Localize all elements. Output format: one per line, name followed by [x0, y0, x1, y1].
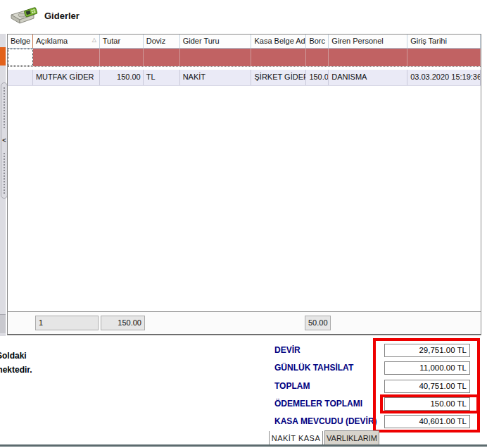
cell-tutar: 150.00 [100, 70, 144, 85]
cell-a-klama: MUTFAK GİDER [33, 70, 100, 85]
cell-kasa-belge-ad-: ŞİRKET GİDER [251, 70, 306, 85]
expense-row[interactable]: MUTFAK GİDER150.00TLNAKİTŞİRKET GİDER150… [8, 70, 481, 86]
column-header-label: Açıklama [36, 37, 68, 45]
note-line-1: Soldaki [0, 351, 27, 361]
column-header-label: Doviz [146, 37, 166, 45]
window-header: Giderler [0, 0, 487, 32]
summary-label-2: GÜNLÜK TAHSİLAT [274, 363, 353, 373]
collapse-left-icon[interactable]: < [2, 137, 6, 144]
column-header-label: Belge [11, 37, 30, 45]
column-header-doviz[interactable]: Doviz [144, 35, 180, 48]
splitter-grip-top [4, 87, 5, 128]
column-header-label: Giriş Tarihi [410, 37, 447, 45]
footer-borc-total: 50.00 [305, 316, 331, 330]
summary-value-4: 150.00 TL [384, 397, 470, 411]
sort-ascending-icon: △ [92, 37, 97, 43]
footer-row-indicator [0, 314, 6, 333]
column-header-label: Borc [309, 37, 325, 45]
tab-nakit-kasa[interactable]: NAKİT KASA [269, 431, 323, 445]
column-header-label: Gider Turu [183, 37, 220, 45]
filter-cell-kasa-belge-ad-[interactable] [251, 49, 306, 66]
summary-label-1: DEVİR [274, 345, 301, 355]
summary-value-3: 40,751.00 TL [384, 380, 470, 393]
column-header-label: Giren Personel [331, 37, 383, 45]
page-title: Giderler [44, 11, 80, 21]
expenses-grid: BelgeAçıklama△TutarDovizGider TuruKasa B… [7, 34, 481, 335]
column-header-label: Kasa Belge Adı [254, 37, 306, 45]
filter-cell-belge[interactable] [8, 49, 33, 66]
column-header-gider-turu[interactable]: Gider Turu [180, 35, 252, 48]
grid-summary-footer: 1 150.00 50.00 [8, 311, 481, 334]
summary-value-1: 29,751.00 TL [384, 344, 470, 357]
summary-label-4: ÖDEMELER TOPLAMI [274, 399, 362, 409]
cash-calculator-icon [10, 5, 39, 26]
grid-filter-row [8, 49, 481, 67]
filter-cell-doviz[interactable] [144, 49, 180, 66]
grid-header-row: BelgeAçıklama△TutarDovizGider TuruKasa B… [8, 35, 481, 49]
footer-tutar-total: 150.00 [101, 316, 145, 330]
cell-giren-personel: DANISMA [329, 70, 407, 85]
filter-cell-tutar[interactable] [100, 49, 144, 66]
tab-varliklarim[interactable]: VARLIKLARIM [324, 430, 379, 445]
column-header-giri-tarihi[interactable]: Giriş Tarihi [407, 35, 481, 48]
column-header-giren-personel[interactable]: Giren Personel [329, 35, 407, 48]
cell-gider-turu: NAKİT [180, 70, 252, 85]
footer-row-count: 1 [35, 316, 99, 330]
splitter-grip-bottom [4, 153, 5, 194]
column-header-borc[interactable]: Borc [306, 35, 329, 48]
focused-row-indicator [0, 47, 6, 66]
cell-belge [8, 70, 33, 85]
column-header-tutar[interactable]: Tutar [100, 35, 144, 48]
summary-label-5: KASA MEVCUDU (DEVİR) [274, 416, 377, 426]
filter-cell-borc[interactable] [306, 49, 329, 66]
filter-cell-giren-personel[interactable] [329, 49, 407, 66]
cell-borc: 150.00 [306, 70, 329, 85]
column-header-belge[interactable]: Belge [8, 35, 33, 48]
filter-cell-gider-turu[interactable] [180, 49, 252, 66]
cell-doviz: TL [144, 70, 180, 85]
giderler-window: Giderler < BelgeAçıklama△TutarDovizGider… [0, 0, 487, 448]
cell-giri-tarihi: 03.03.2020 15:19:36 [407, 70, 481, 85]
filter-cell-a-klama[interactable] [33, 49, 100, 66]
summary-value-2: 11,000.00 TL [384, 361, 470, 375]
summary-label-3: TOPLAM [274, 381, 310, 391]
column-header-label: Tutar [103, 37, 120, 45]
bottom-divider [0, 444, 487, 447]
note-line-2: mektedir. [0, 365, 32, 375]
column-header-kasa-belge-ad-[interactable]: Kasa Belge Adı [251, 35, 306, 48]
summary-value-5: 40,601.00 TL [384, 415, 470, 428]
column-header-a-klama[interactable]: Açıklama△ [33, 35, 100, 48]
filter-cell-giri-tarihi[interactable] [407, 49, 481, 66]
